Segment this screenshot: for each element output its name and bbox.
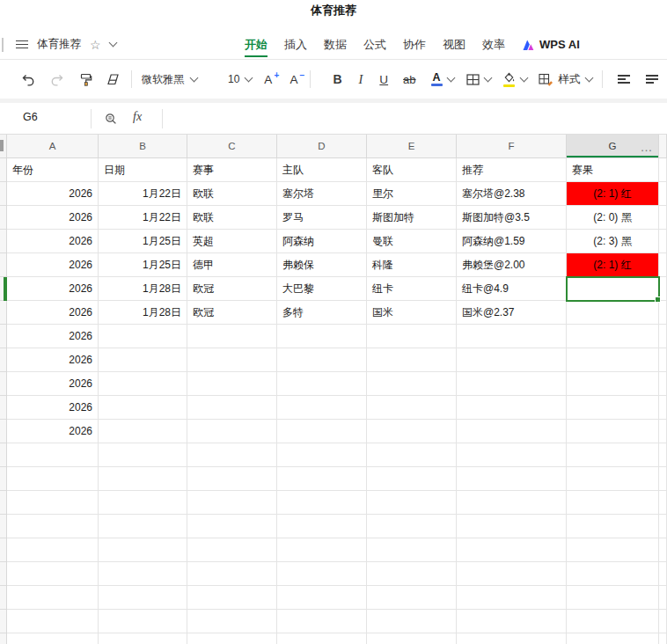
cell-E15[interactable] (367, 491, 457, 515)
cell-F14[interactable] (457, 467, 567, 491)
cell-B13[interactable] (99, 443, 187, 467)
cell-E18[interactable] (367, 562, 457, 586)
tab-home[interactable]: 开始 (245, 30, 268, 59)
cell-C19[interactable] (187, 586, 277, 610)
cell-G11[interactable] (567, 396, 659, 420)
tab-efficiency[interactable]: 效率 (482, 30, 505, 59)
cell-F11[interactable] (457, 396, 567, 420)
fill-handle[interactable] (655, 296, 661, 303)
cell-A3[interactable]: 2026 (7, 206, 99, 230)
cell-E2[interactable]: 里尔 (367, 182, 457, 206)
cell-G9[interactable] (567, 348, 659, 372)
cell-G4[interactable]: (2: 3) 黑 (567, 230, 659, 253)
cell-A4[interactable]: 2026 (7, 230, 99, 253)
bold-button[interactable]: B (333, 72, 341, 86)
underline-button[interactable]: U (379, 73, 388, 86)
cell-E8[interactable] (367, 325, 457, 348)
cell-E19[interactable] (367, 586, 457, 610)
cell-E6[interactable]: 纽卡 (367, 277, 457, 301)
undo-button[interactable] (18, 68, 39, 91)
cell-C20[interactable] (187, 610, 277, 633)
decrease-font-button[interactable]: A− (290, 73, 297, 86)
cell-A12[interactable]: 2026 (7, 420, 99, 443)
align-center-button[interactable] (646, 73, 658, 86)
cell-C5[interactable]: 德甲 (187, 253, 277, 277)
cell-A11[interactable]: 2026 (7, 396, 99, 420)
chevron-down-icon[interactable] (108, 39, 117, 48)
cell-A5[interactable]: 2026 (7, 253, 99, 277)
cell-A2[interactable]: 2026 (7, 182, 99, 206)
borders-button[interactable] (466, 73, 491, 86)
cell-E1[interactable]: 客队 (367, 158, 457, 182)
cell-D10[interactable] (277, 372, 367, 396)
cell-B18[interactable] (99, 562, 187, 586)
cell-F18[interactable] (457, 562, 567, 586)
cell-D15[interactable] (277, 491, 367, 515)
cell-F17[interactable] (457, 538, 567, 562)
tab-wps-ai[interactable]: WPS AI (522, 30, 580, 59)
row-header-strip[interactable] (0, 158, 7, 644)
column-header-C[interactable]: C (187, 135, 277, 158)
cell-B19[interactable] (99, 586, 187, 610)
cell-partial-2[interactable] (659, 182, 667, 206)
cell-G13[interactable] (567, 443, 659, 467)
cell-A15[interactable] (7, 491, 99, 515)
strikethrough-button[interactable]: ab (403, 73, 415, 86)
increase-font-button[interactable]: A+ (264, 73, 272, 86)
cell-D13[interactable] (277, 443, 367, 467)
cell-F12[interactable] (457, 420, 567, 443)
cell-F13[interactable] (457, 443, 567, 467)
cell-B11[interactable] (99, 396, 187, 420)
cell-C8[interactable] (187, 325, 277, 348)
cell-B10[interactable] (99, 372, 187, 396)
cell-partial-19[interactable] (659, 586, 667, 610)
cell-B12[interactable] (99, 420, 187, 443)
cell-G10[interactable] (567, 372, 659, 396)
cell-D19[interactable] (277, 586, 367, 610)
cell-F21[interactable] (457, 633, 567, 644)
cell-C18[interactable] (187, 562, 277, 586)
cell-E13[interactable] (367, 443, 457, 467)
italic-button[interactable]: I (359, 72, 363, 87)
font-color-button[interactable]: A (431, 72, 454, 87)
cell-partial-18[interactable] (659, 562, 667, 586)
cell-partial-8[interactable] (659, 325, 667, 348)
font-size-select[interactable]: 10 (228, 73, 252, 85)
cell-B3[interactable]: 1月22日 (99, 206, 187, 230)
cell-C10[interactable] (187, 372, 277, 396)
cell-C1[interactable]: 赛事 (187, 158, 277, 182)
name-box[interactable]: G6 (23, 111, 38, 123)
cell-C12[interactable] (187, 420, 277, 443)
cell-partial-5[interactable] (659, 253, 667, 277)
cell-A14[interactable] (7, 467, 99, 491)
cell-C21[interactable] (187, 633, 277, 644)
cell-G16[interactable] (567, 515, 659, 538)
tab-collaborate[interactable]: 协作 (403, 30, 426, 59)
cell-D8[interactable] (277, 325, 367, 348)
column-header-A[interactable]: A (7, 135, 99, 158)
cell-E4[interactable]: 曼联 (367, 230, 457, 253)
cell-D18[interactable] (277, 562, 367, 586)
cell-B5[interactable]: 1月25日 (99, 253, 187, 277)
cell-F6[interactable]: 纽卡@4.9 (457, 277, 567, 301)
cell-G3[interactable]: (2: 0) 黑 (567, 206, 659, 230)
column-more-button[interactable]: … (635, 136, 658, 157)
cell-E7[interactable]: 国米 (367, 301, 457, 325)
cell-G1[interactable]: 赛果 (567, 158, 659, 182)
cell-A20[interactable] (7, 610, 99, 633)
cell-partial-11[interactable] (659, 396, 667, 420)
align-left-button[interactable] (618, 73, 630, 86)
cell-E3[interactable]: 斯图加特 (367, 206, 457, 230)
cell-G5[interactable]: (2: 1) 红 (567, 253, 659, 277)
cell-B9[interactable] (99, 348, 187, 372)
cell-F4[interactable]: 阿森纳@1.59 (457, 230, 567, 253)
cell-D21[interactable] (277, 633, 367, 644)
cell-partial-7[interactable] (659, 301, 667, 325)
cell-A19[interactable] (7, 586, 99, 610)
cell-E20[interactable] (367, 610, 457, 633)
cell-E5[interactable]: 科隆 (367, 253, 457, 277)
cell-A7[interactable]: 2026 (7, 301, 99, 325)
cell-partial-14[interactable] (659, 467, 667, 491)
cell-D9[interactable] (277, 348, 367, 372)
cell-partial-21[interactable] (659, 633, 667, 644)
